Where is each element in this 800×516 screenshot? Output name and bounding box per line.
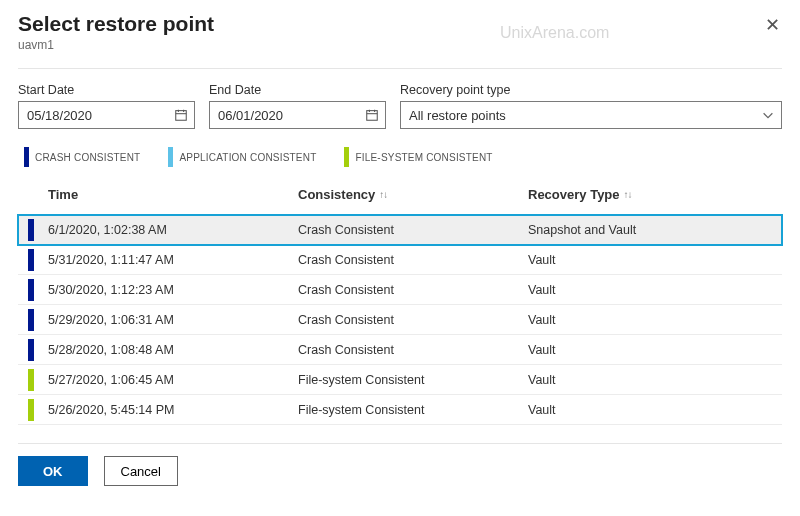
recovery-type-value: All restore points	[409, 108, 761, 123]
app-bar-icon	[168, 147, 173, 167]
watermark: UnixArena.com	[500, 24, 609, 42]
divider	[18, 443, 782, 444]
crash-bar-icon	[28, 339, 34, 361]
cell-recovery-type: Vault	[528, 343, 782, 357]
cell-consistency: Crash Consistent	[298, 223, 528, 237]
table-row[interactable]: 5/29/2020, 1:06:31 AMCrash ConsistentVau…	[18, 305, 782, 335]
cell-consistency: Crash Consistent	[298, 283, 528, 297]
cell-consistency: File-system Consistent	[298, 403, 528, 417]
fs-bar-icon	[344, 147, 349, 167]
cell-consistency: Crash Consistent	[298, 313, 528, 327]
column-recovery-type[interactable]: Recovery Type ↑↓	[528, 187, 782, 202]
cell-consistency: Crash Consistent	[298, 253, 528, 267]
divider	[18, 68, 782, 69]
legend-crash: CRASH CONSISTENT	[24, 147, 140, 167]
crash-bar-icon	[28, 279, 34, 301]
table-row[interactable]: 6/1/2020, 1:02:38 AMCrash ConsistentSnap…	[18, 215, 782, 245]
ok-button[interactable]: OK	[18, 456, 88, 486]
vm-name: uavm1	[18, 38, 214, 52]
svg-rect-0	[176, 111, 187, 121]
cell-recovery-type: Vault	[528, 373, 782, 387]
calendar-icon	[174, 108, 188, 122]
cell-recovery-type: Snapshot and Vault	[528, 223, 782, 237]
fs-bar-icon	[28, 369, 34, 391]
column-recovery-type-label: Recovery Type	[528, 187, 620, 202]
cell-time: 5/28/2020, 1:08:48 AM	[48, 343, 298, 357]
legend-app: APPLICATION CONSISTENT	[168, 147, 316, 167]
close-icon[interactable]: ✕	[765, 14, 780, 36]
column-consistency[interactable]: Consistency ↑↓	[298, 187, 528, 202]
cell-time: 5/31/2020, 1:11:47 AM	[48, 253, 298, 267]
crash-bar-icon	[28, 219, 34, 241]
column-time[interactable]: Time	[48, 187, 298, 202]
table-row[interactable]: 5/31/2020, 1:11:47 AMCrash ConsistentVau…	[18, 245, 782, 275]
table-row[interactable]: 5/26/2020, 5:45:14 PMFile-system Consist…	[18, 395, 782, 425]
calendar-icon	[365, 108, 379, 122]
recovery-type-label: Recovery point type	[400, 83, 782, 97]
cell-time: 5/26/2020, 5:45:14 PM	[48, 403, 298, 417]
cell-consistency: File-system Consistent	[298, 373, 528, 387]
cell-time: 5/29/2020, 1:06:31 AM	[48, 313, 298, 327]
cell-recovery-type: Vault	[528, 403, 782, 417]
end-date-value: 06/01/2020	[218, 108, 365, 123]
start-date-value: 05/18/2020	[27, 108, 174, 123]
sort-icon: ↑↓	[379, 189, 387, 200]
page-title: Select restore point	[18, 12, 214, 36]
table-row[interactable]: 5/30/2020, 1:12:23 AMCrash ConsistentVau…	[18, 275, 782, 305]
start-date-input[interactable]: 05/18/2020	[18, 101, 195, 129]
legend-app-label: APPLICATION CONSISTENT	[179, 152, 316, 163]
crash-bar-icon	[28, 249, 34, 271]
recovery-type-select[interactable]: All restore points	[400, 101, 782, 129]
end-date-input[interactable]: 06/01/2020	[209, 101, 386, 129]
table-row[interactable]: 5/28/2020, 1:08:48 AMCrash ConsistentVau…	[18, 335, 782, 365]
cell-recovery-type: Vault	[528, 253, 782, 267]
sort-icon: ↑↓	[624, 189, 632, 200]
crash-bar-icon	[28, 309, 34, 331]
end-date-label: End Date	[209, 83, 386, 97]
legend-fs-label: FILE-SYSTEM CONSISTENT	[355, 152, 492, 163]
table-row[interactable]: 5/27/2020, 1:06:45 AMFile-system Consist…	[18, 365, 782, 395]
cancel-button[interactable]: Cancel	[104, 456, 178, 486]
cell-recovery-type: Vault	[528, 283, 782, 297]
crash-bar-icon	[24, 147, 29, 167]
cell-time: 6/1/2020, 1:02:38 AM	[48, 223, 298, 237]
cell-recovery-type: Vault	[528, 313, 782, 327]
restore-points-table: Time Consistency ↑↓ Recovery Type ↑↓ 6/1…	[18, 175, 782, 425]
legend-fs: FILE-SYSTEM CONSISTENT	[344, 147, 492, 167]
start-date-label: Start Date	[18, 83, 195, 97]
chevron-down-icon	[761, 108, 775, 122]
cell-time: 5/30/2020, 1:12:23 AM	[48, 283, 298, 297]
svg-rect-4	[367, 111, 378, 121]
fs-bar-icon	[28, 399, 34, 421]
column-consistency-label: Consistency	[298, 187, 375, 202]
legend-crash-label: CRASH CONSISTENT	[35, 152, 140, 163]
cell-time: 5/27/2020, 1:06:45 AM	[48, 373, 298, 387]
cell-consistency: Crash Consistent	[298, 343, 528, 357]
